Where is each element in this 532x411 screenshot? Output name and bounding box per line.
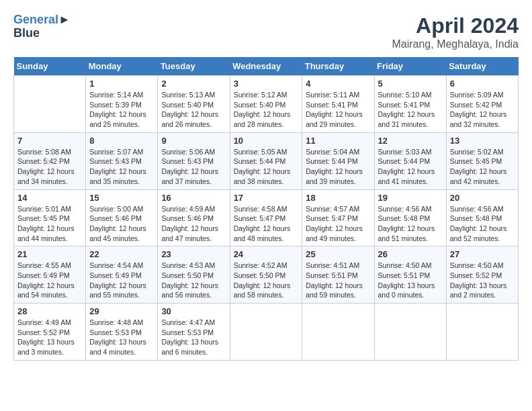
day-info: Sunrise: 4:59 AM Sunset: 5:46 PM Dayligh… — [161, 204, 226, 244]
day-number: 10 — [234, 136, 299, 146]
day-number: 28 — [17, 306, 82, 316]
day-info: Sunrise: 4:57 AM Sunset: 5:47 PM Dayligh… — [306, 204, 370, 244]
day-number: 20 — [450, 193, 515, 203]
calendar-cell: 27Sunrise: 4:50 AM Sunset: 5:52 PM Dayli… — [446, 246, 518, 304]
logo-text: General►Blue — [13, 13, 71, 40]
calendar-cell: 21Sunrise: 4:55 AM Sunset: 5:49 PM Dayli… — [14, 246, 86, 304]
day-number: 12 — [378, 136, 443, 146]
calendar-cell — [374, 304, 446, 361]
day-number: 30 — [161, 306, 226, 316]
calendar-cell: 15Sunrise: 5:00 AM Sunset: 5:46 PM Dayli… — [86, 189, 158, 246]
calendar-cell: 7Sunrise: 5:08 AM Sunset: 5:42 PM Daylig… — [14, 132, 86, 189]
day-info: Sunrise: 5:02 AM Sunset: 5:45 PM Dayligh… — [450, 147, 515, 187]
column-header-monday: Monday — [86, 57, 158, 76]
day-number: 25 — [306, 249, 370, 259]
calendar-cell: 18Sunrise: 4:57 AM Sunset: 5:47 PM Dayli… — [302, 189, 374, 246]
day-info: Sunrise: 4:51 AM Sunset: 5:51 PM Dayligh… — [306, 261, 370, 300]
calendar-cell: 13Sunrise: 5:02 AM Sunset: 5:45 PM Dayli… — [446, 132, 518, 189]
day-info: Sunrise: 5:03 AM Sunset: 5:44 PM Dayligh… — [378, 147, 443, 187]
day-number: 19 — [378, 193, 443, 203]
calendar-cell: 1Sunrise: 5:14 AM Sunset: 5:39 PM Daylig… — [86, 76, 158, 133]
day-number: 6 — [450, 79, 515, 89]
day-info: Sunrise: 4:56 AM Sunset: 5:48 PM Dayligh… — [450, 204, 515, 244]
calendar-cell: 25Sunrise: 4:51 AM Sunset: 5:51 PM Dayli… — [302, 246, 374, 304]
day-number: 26 — [378, 249, 443, 259]
day-number: 8 — [89, 136, 154, 146]
calendar-cell: 12Sunrise: 5:03 AM Sunset: 5:44 PM Dayli… — [374, 132, 446, 189]
day-info: Sunrise: 5:09 AM Sunset: 5:42 PM Dayligh… — [450, 90, 515, 130]
column-header-thursday: Thursday — [302, 57, 374, 76]
day-info: Sunrise: 4:48 AM Sunset: 5:53 PM Dayligh… — [89, 318, 154, 357]
month-title: April 2024 — [392, 13, 519, 38]
calendar-cell: 10Sunrise: 5:05 AM Sunset: 5:44 PM Dayli… — [230, 132, 302, 189]
calendar-cell: 28Sunrise: 4:49 AM Sunset: 5:52 PM Dayli… — [14, 304, 86, 361]
calendar-week-4: 21Sunrise: 4:55 AM Sunset: 5:49 PM Dayli… — [14, 246, 519, 304]
day-info: Sunrise: 4:53 AM Sunset: 5:50 PM Dayligh… — [161, 261, 226, 300]
day-number: 16 — [161, 193, 226, 203]
calendar-cell: 24Sunrise: 4:52 AM Sunset: 5:50 PM Dayli… — [230, 246, 302, 304]
day-number: 5 — [378, 79, 443, 89]
calendar-body: 1Sunrise: 5:14 AM Sunset: 5:39 PM Daylig… — [14, 76, 519, 361]
day-number: 11 — [306, 136, 370, 146]
calendar-week-2: 7Sunrise: 5:08 AM Sunset: 5:42 PM Daylig… — [14, 132, 519, 189]
day-number: 3 — [234, 79, 299, 89]
day-number: 24 — [234, 249, 299, 259]
title-block: April 2024 Mairang, Meghalaya, India — [392, 13, 519, 50]
calendar-cell — [302, 304, 374, 361]
day-number: 27 — [450, 249, 515, 259]
calendar-header-row: SundayMondayTuesdayWednesdayThursdayFrid… — [14, 57, 519, 76]
day-number: 9 — [161, 136, 226, 146]
calendar-cell: 20Sunrise: 4:56 AM Sunset: 5:48 PM Dayli… — [446, 189, 518, 246]
day-info: Sunrise: 5:01 AM Sunset: 5:45 PM Dayligh… — [17, 204, 82, 244]
calendar-cell: 16Sunrise: 4:59 AM Sunset: 5:46 PM Dayli… — [158, 189, 230, 246]
day-number: 13 — [450, 136, 515, 146]
page-header: General►Blue April 2024 Mairang, Meghala… — [13, 13, 519, 50]
calendar-cell: 9Sunrise: 5:06 AM Sunset: 5:43 PM Daylig… — [158, 132, 230, 189]
location-text: Mairang, Meghalaya, India — [392, 38, 519, 50]
column-header-sunday: Sunday — [14, 57, 86, 76]
day-info: Sunrise: 4:49 AM Sunset: 5:52 PM Dayligh… — [17, 318, 82, 357]
calendar-cell: 2Sunrise: 5:13 AM Sunset: 5:40 PM Daylig… — [158, 76, 230, 133]
day-info: Sunrise: 4:47 AM Sunset: 5:53 PM Dayligh… — [161, 318, 226, 357]
calendar-cell: 29Sunrise: 4:48 AM Sunset: 5:53 PM Dayli… — [86, 304, 158, 361]
calendar-cell: 6Sunrise: 5:09 AM Sunset: 5:42 PM Daylig… — [446, 76, 518, 133]
calendar-cell: 19Sunrise: 4:56 AM Sunset: 5:48 PM Dayli… — [374, 189, 446, 246]
day-info: Sunrise: 5:13 AM Sunset: 5:40 PM Dayligh… — [161, 90, 226, 130]
day-info: Sunrise: 4:50 AM Sunset: 5:51 PM Dayligh… — [378, 261, 443, 300]
day-info: Sunrise: 5:11 AM Sunset: 5:41 PM Dayligh… — [306, 90, 370, 130]
day-number: 21 — [17, 249, 82, 259]
day-number: 15 — [89, 193, 154, 203]
day-number: 22 — [89, 249, 154, 259]
calendar-cell: 4Sunrise: 5:11 AM Sunset: 5:41 PM Daylig… — [302, 76, 374, 133]
day-info: Sunrise: 4:50 AM Sunset: 5:52 PM Dayligh… — [450, 261, 515, 300]
column-header-saturday: Saturday — [446, 57, 518, 76]
logo: General►Blue — [13, 13, 71, 40]
calendar-cell — [14, 76, 86, 133]
day-info: Sunrise: 5:12 AM Sunset: 5:40 PM Dayligh… — [234, 90, 299, 130]
calendar-cell: 3Sunrise: 5:12 AM Sunset: 5:40 PM Daylig… — [230, 76, 302, 133]
day-info: Sunrise: 5:14 AM Sunset: 5:39 PM Dayligh… — [89, 90, 154, 130]
day-info: Sunrise: 5:07 AM Sunset: 5:43 PM Dayligh… — [89, 147, 154, 187]
calendar-cell: 26Sunrise: 4:50 AM Sunset: 5:51 PM Dayli… — [374, 246, 446, 304]
calendar-cell: 23Sunrise: 4:53 AM Sunset: 5:50 PM Dayli… — [158, 246, 230, 304]
day-number: 1 — [89, 79, 154, 89]
day-info: Sunrise: 5:00 AM Sunset: 5:46 PM Dayligh… — [89, 204, 154, 244]
calendar-week-5: 28Sunrise: 4:49 AM Sunset: 5:52 PM Dayli… — [14, 304, 519, 361]
calendar-cell — [230, 304, 302, 361]
day-info: Sunrise: 4:55 AM Sunset: 5:49 PM Dayligh… — [17, 261, 82, 300]
calendar-cell: 14Sunrise: 5:01 AM Sunset: 5:45 PM Dayli… — [14, 189, 86, 246]
calendar-cell: 22Sunrise: 4:54 AM Sunset: 5:49 PM Dayli… — [86, 246, 158, 304]
calendar-cell: 5Sunrise: 5:10 AM Sunset: 5:41 PM Daylig… — [374, 76, 446, 133]
day-number: 29 — [89, 306, 154, 316]
day-info: Sunrise: 5:05 AM Sunset: 5:44 PM Dayligh… — [234, 147, 299, 187]
day-info: Sunrise: 5:08 AM Sunset: 5:42 PM Dayligh… — [17, 147, 82, 187]
day-info: Sunrise: 5:04 AM Sunset: 5:44 PM Dayligh… — [306, 147, 370, 187]
calendar-cell: 17Sunrise: 4:58 AM Sunset: 5:47 PM Dayli… — [230, 189, 302, 246]
day-number: 4 — [306, 79, 370, 89]
day-number: 7 — [17, 136, 82, 146]
column-header-wednesday: Wednesday — [230, 57, 302, 76]
day-info: Sunrise: 5:06 AM Sunset: 5:43 PM Dayligh… — [161, 147, 226, 187]
column-header-friday: Friday — [374, 57, 446, 76]
day-number: 14 — [17, 193, 82, 203]
day-info: Sunrise: 5:10 AM Sunset: 5:41 PM Dayligh… — [378, 90, 443, 130]
